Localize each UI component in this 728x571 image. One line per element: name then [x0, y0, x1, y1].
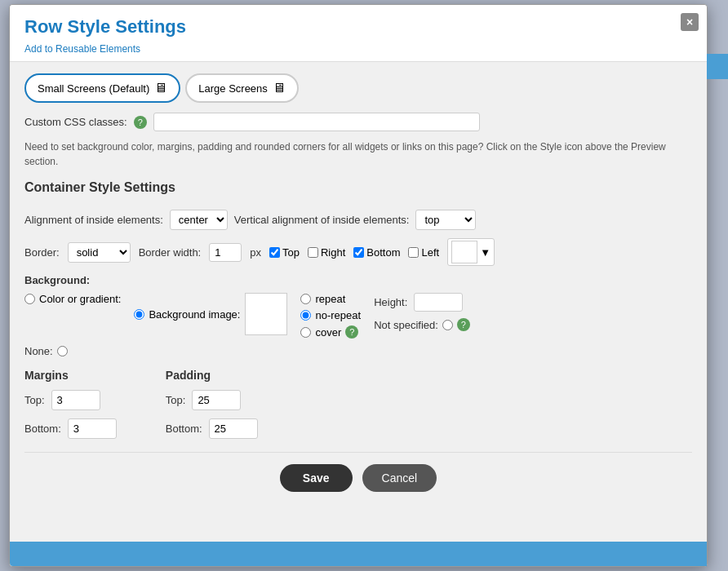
alignment-select[interactable]: left center right	[170, 210, 228, 230]
radio-no-repeat-text: no-repeat	[315, 309, 361, 321]
close-button[interactable]: ×	[681, 13, 699, 31]
not-specified-row: Not specified: ?	[374, 318, 470, 331]
border-top-label: Top	[282, 246, 300, 259]
color-gradient-group: Color or gradient:	[24, 293, 121, 305]
vertical-alignment-select[interactable]: top middle bottom	[415, 210, 476, 230]
padding-title: Padding	[166, 369, 258, 382]
border-top-checkbox[interactable]	[269, 247, 280, 258]
large-screen-icon: 🖥	[273, 81, 286, 95]
radio-cover-text: cover	[315, 326, 341, 339]
side-tab[interactable]: tut	[707, 54, 728, 79]
padding-top-field: Top:	[166, 390, 258, 410]
not-specified-help-icon[interactable]: ?	[457, 318, 470, 331]
margin-top-field: Top:	[24, 390, 117, 410]
modal-header: Row Style Settings Add to Reusable Eleme…	[10, 5, 707, 62]
save-button[interactable]: Save	[280, 464, 353, 492]
bg-image-text: Background image:	[149, 308, 240, 321]
border-color-chevron: ▼	[480, 246, 491, 259]
alignment-row: Alignment of inside elements: left cente…	[24, 210, 692, 230]
tab-large-screens[interactable]: Large Screens 🖥	[185, 73, 299, 103]
bg-image-group: Background image:	[134, 293, 287, 335]
container-style-title: Container Style Settings	[24, 180, 692, 198]
large-screens-label: Large Screens	[198, 82, 268, 95]
padding-bottom-field: Bottom:	[166, 418, 258, 439]
small-screens-label: Small Screens (Default)	[38, 82, 149, 95]
height-group: Height: Not specified: ?	[374, 293, 470, 331]
margin-bottom-label: Bottom:	[24, 423, 61, 435]
border-color-picker[interactable]: ▼	[447, 238, 495, 266]
background-row: Color or gradient: Background image:	[24, 293, 692, 339]
border-color-swatch	[451, 241, 477, 263]
tabs-row: Small Screens (Default) 🖥 Large Screens …	[24, 73, 692, 103]
border-bottom-label: Bottom	[366, 246, 400, 259]
border-width-input[interactable]	[209, 243, 242, 262]
border-row: Border: none solid dashed dotted Border …	[24, 238, 692, 266]
margin-bottom-input[interactable]	[68, 418, 117, 439]
color-gradient-radio[interactable]	[24, 294, 35, 304]
border-right-checkbox[interactable]	[308, 247, 318, 258]
vertical-alignment-label: Vertical alignment of inside elements:	[234, 214, 410, 226]
border-left-label: Left	[421, 246, 439, 259]
custom-css-label: Custom CSS classes:	[24, 116, 127, 128]
border-style-select[interactable]: none solid dashed dotted	[68, 242, 131, 263]
none-row: None:	[24, 345, 692, 357]
custom-css-help-icon[interactable]: ?	[134, 116, 147, 129]
height-row: Height:	[374, 293, 470, 312]
radio-cover-label[interactable]: cover ?	[300, 325, 361, 339]
modal-dialog: Row Style Settings Add to Reusable Eleme…	[9, 4, 708, 567]
cancel-button[interactable]: Cancel	[362, 464, 437, 492]
margins-padding-section: Margins Top: Bottom: Padding Top:	[24, 369, 692, 439]
padding-group: Padding Top: Bottom:	[166, 369, 258, 439]
margins-group: Margins Top: Bottom:	[24, 369, 117, 439]
bg-image-preview[interactable]	[245, 293, 287, 335]
margin-top-input[interactable]	[51, 390, 100, 410]
margin-bottom-field: Bottom:	[24, 418, 117, 439]
radio-cover[interactable]	[300, 327, 311, 338]
add-reusable-link[interactable]: Add to Reusable Elements	[24, 43, 140, 55]
height-input[interactable]	[414, 293, 463, 312]
modal-body: Small Screens (Default) 🖥 Large Screens …	[10, 62, 707, 566]
footer-buttons: Save Cancel	[24, 452, 692, 500]
border-label: Border:	[24, 246, 60, 259]
padding-top-input[interactable]	[192, 390, 241, 410]
border-right-label: Right	[321, 246, 345, 259]
padding-bottom-label: Bottom:	[166, 423, 202, 435]
border-right-checkbox-label[interactable]: Right	[308, 246, 345, 259]
bg-repeat-group: repeat no-repeat cover ?	[300, 293, 361, 339]
height-label: Height:	[374, 296, 407, 308]
border-px-label: px	[250, 246, 261, 259]
none-radio[interactable]	[57, 346, 68, 356]
bg-image-radio[interactable]	[134, 309, 144, 320]
radio-no-repeat[interactable]	[300, 310, 311, 321]
margin-top-label: Top:	[24, 394, 45, 406]
border-bottom-checkbox[interactable]	[353, 247, 364, 258]
cover-help-icon[interactable]: ?	[345, 325, 358, 339]
radio-repeat-label[interactable]: repeat	[300, 293, 361, 305]
alignment-label: Alignment of inside elements:	[24, 214, 163, 226]
not-specified-radio[interactable]	[442, 320, 453, 330]
border-left-checkbox-label[interactable]: Left	[408, 246, 439, 259]
tab-small-screens[interactable]: Small Screens (Default) 🖥	[24, 73, 180, 103]
background-section: Background: Color or gradient: Backgro	[24, 274, 692, 357]
color-gradient-label-wrap[interactable]: Color or gradient:	[24, 293, 121, 305]
border-left-checkbox[interactable]	[408, 247, 419, 258]
radio-repeat[interactable]	[300, 294, 311, 304]
background-section-title: Background:	[24, 274, 692, 286]
not-specified-label: Not specified:	[374, 319, 438, 331]
padding-bottom-input[interactable]	[209, 418, 258, 439]
custom-css-input[interactable]	[153, 113, 480, 131]
border-top-checkbox-label[interactable]: Top	[269, 246, 300, 259]
border-bottom-checkbox-label[interactable]: Bottom	[353, 246, 400, 259]
none-label: None:	[24, 345, 53, 357]
modal-title: Row Style Settings	[24, 16, 692, 38]
border-width-label: Border width:	[139, 246, 202, 259]
custom-css-row: Custom CSS classes: ?	[24, 113, 692, 131]
bg-image-label-wrap[interactable]: Background image:	[134, 308, 240, 321]
margins-title: Margins	[24, 369, 117, 382]
radio-no-repeat-label[interactable]: no-repeat	[300, 309, 361, 321]
radio-repeat-text: repeat	[315, 293, 345, 305]
info-text: Need to set background color, margins, p…	[24, 139, 692, 169]
small-screen-icon: 🖥	[154, 81, 167, 95]
bottom-bar	[10, 542, 707, 566]
color-gradient-text: Color or gradient:	[39, 293, 121, 305]
